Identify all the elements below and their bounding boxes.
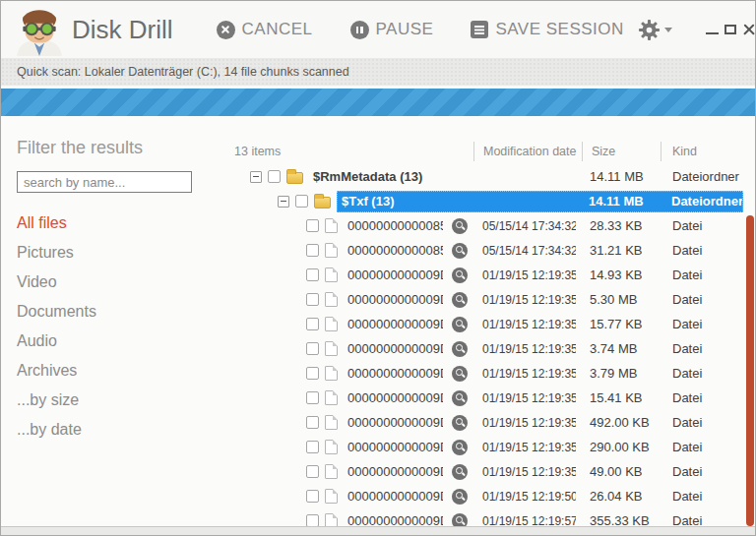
file-icon [325, 489, 338, 504]
row-size: 15.77 KB [576, 317, 661, 331]
row-checkbox[interactable] [306, 318, 319, 330]
close-button[interactable] [742, 17, 756, 42]
magnifier-preview-icon[interactable] [452, 464, 468, 480]
row-checkbox[interactable] [306, 465, 319, 478]
table-row[interactable]: $RmMetadata (13)14.11 MBDateiordner [218, 164, 743, 189]
row-checkbox[interactable] [306, 441, 319, 453]
row-name: $RmMetadata (13) [309, 169, 443, 184]
row-checkbox[interactable] [295, 195, 308, 208]
table-row[interactable]: 0000000000009DF201/19/15 12:19:5026.04 K… [218, 484, 743, 508]
table-row[interactable]: 0000000000009DDB01/19/15 12:19:3515.77 K… [218, 312, 743, 336]
row-size: 14.11 MB [576, 169, 661, 184]
row-modification-date: 01/19/15 12:19:35 [476, 416, 576, 430]
row-checkbox[interactable] [306, 490, 319, 503]
row-checkbox[interactable] [306, 268, 319, 281]
table-row[interactable]: 0000000000009DD901/19/15 12:19:355.30 MB… [218, 287, 743, 312]
magnifier-preview-icon[interactable] [452, 440, 468, 455]
magnifier-preview-icon[interactable] [452, 341, 468, 357]
magnifier-preview-icon[interactable] [452, 292, 468, 308]
magnifier-preview-icon[interactable] [452, 268, 468, 283]
row-name: 0000000000009DE3 [344, 415, 443, 430]
row-checkbox[interactable] [306, 416, 319, 429]
vertical-scrollbar-thumb[interactable] [746, 215, 754, 526]
magnifier-preview-icon[interactable] [452, 489, 468, 505]
row-size: 49.00 KB [576, 464, 661, 479]
search-input[interactable] [17, 171, 192, 193]
column-header-modification-date[interactable]: Modification date [473, 142, 582, 161]
row-checkbox[interactable] [306, 293, 319, 306]
table-row[interactable]: 0000000000009DE301/19/15 12:19:35492.00 … [218, 410, 743, 435]
row-name: 0000000000009DE7 [344, 464, 443, 479]
table-row[interactable]: 00000000000085FE05/15/14 17:34:3231.21 K… [218, 238, 743, 263]
row-checkbox[interactable] [306, 342, 319, 355]
row-checkbox[interactable] [306, 244, 319, 257]
maximize-button[interactable] [724, 17, 736, 42]
table-row[interactable]: 0000000000009DDD01/19/15 12:19:353.74 MB… [218, 336, 743, 361]
cancel-button[interactable]: CANCEL [217, 20, 313, 39]
row-name: 0000000000009DDD [344, 341, 443, 356]
row-name: 0000000000009DDB [344, 317, 443, 331]
table-row[interactable]: 0000000000009DDF01/19/15 12:19:353.79 MB… [218, 361, 743, 386]
save-session-button[interactable]: SAVE SESSION [471, 20, 623, 39]
row-kind: Datei [661, 341, 743, 356]
row-size: 31.21 KB [576, 243, 661, 258]
collapse-toggle-icon[interactable] [278, 196, 289, 208]
sidebar-item-by-size[interactable]: ...by size [17, 386, 218, 415]
row-modification-date: 05/15/14 17:34:32 [476, 219, 576, 233]
sidebar-item-pictures[interactable]: Pictures [17, 238, 218, 268]
table-row[interactable]: $Txf (13)14.11 MBDateiordner [218, 189, 743, 213]
cancel-x-circle-icon [217, 21, 235, 39]
row-checkbox[interactable] [306, 514, 319, 526]
row-checkbox[interactable] [306, 391, 319, 404]
magnifier-preview-icon[interactable] [452, 243, 468, 259]
cancel-label: CANCEL [242, 20, 313, 39]
magnifier-preview-icon[interactable] [452, 415, 468, 431]
row-name: $Txf (13) [338, 194, 442, 208]
table-row[interactable]: 0000000000009DE701/19/15 12:19:3549.00 K… [218, 459, 743, 484]
table-row[interactable]: 00000000000085FD05/15/14 17:34:3228.33 K… [218, 213, 743, 238]
table-row[interactable]: 0000000000009DE501/19/15 12:19:35290.00 … [218, 435, 743, 459]
folder-icon [286, 172, 303, 184]
minimize-button[interactable] [706, 17, 719, 42]
sidebar-item-all-files[interactable]: All files [17, 208, 218, 238]
row-modification-date: 01/19/15 12:19:35 [476, 342, 576, 356]
file-icon [325, 218, 338, 233]
row-main: 0000000000009DDF01/19/15 12:19:353.79 MB… [344, 363, 743, 385]
row-checkbox[interactable] [268, 170, 281, 183]
row-main: 0000000000009DF201/19/15 12:19:5026.04 K… [344, 486, 743, 507]
file-icon [325, 390, 338, 405]
row-kind: Datei [661, 489, 743, 504]
magnifier-preview-icon[interactable] [452, 218, 468, 234]
pause-button[interactable]: PAUSE [350, 20, 434, 39]
collapse-toggle-icon[interactable] [250, 171, 262, 183]
row-checkbox[interactable] [306, 367, 319, 380]
sidebar-item-by-date[interactable]: ...by date [17, 415, 218, 445]
column-header-size[interactable]: Size [582, 142, 661, 161]
row-name: 0000000000009DD7 [344, 268, 443, 282]
sidebar-item-archives[interactable]: Archives [17, 356, 218, 386]
table-header: 13 items Modification date Size Kind [218, 139, 743, 164]
file-icon [325, 513, 338, 526]
row-name: 00000000000085FD [344, 218, 443, 233]
sidebar-item-documents[interactable]: Documents [17, 297, 218, 327]
table-row[interactable]: 0000000000009DF501/19/15 12:19:57355.33 … [218, 508, 743, 526]
file-icon [325, 464, 338, 479]
table-row[interactable]: 0000000000009DE101/19/15 12:19:3515.41 K… [218, 386, 743, 410]
gear-icon [638, 19, 661, 41]
magnifier-preview-icon[interactable] [452, 366, 468, 382]
settings-menu-button[interactable] [638, 19, 672, 41]
row-size: 26.04 KB [576, 489, 661, 504]
table-row[interactable]: 0000000000009DD701/19/15 12:19:3514.93 K… [218, 263, 743, 287]
row-name: 0000000000009DF2 [344, 489, 443, 504]
magnifier-preview-icon[interactable] [452, 390, 468, 406]
magnifier-preview-icon[interactable] [452, 317, 468, 332]
row-size: 5.30 MB [576, 292, 661, 307]
sidebar-item-audio[interactable]: Audio [17, 327, 218, 356]
row-kind: Dateiordner [660, 194, 742, 208]
column-header-kind[interactable]: Kind [661, 142, 743, 161]
file-icon [325, 366, 338, 381]
row-size: 355.33 KB [576, 513, 661, 526]
row-checkbox[interactable] [306, 219, 319, 232]
magnifier-preview-icon[interactable] [452, 513, 468, 527]
sidebar-item-video[interactable]: Video [17, 268, 218, 297]
